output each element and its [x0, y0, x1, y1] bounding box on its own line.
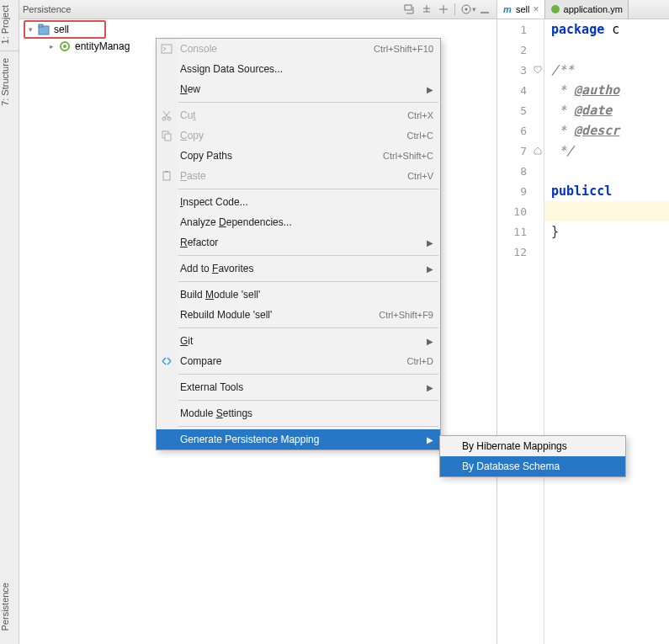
menu-item-git[interactable]: Git▶: [157, 331, 440, 351]
menu-separator: [178, 255, 438, 256]
collapse-all-icon[interactable]: [420, 3, 433, 16]
module-icon: [37, 23, 50, 36]
menu-separator: [178, 374, 438, 375]
minimize-icon[interactable]: [478, 3, 491, 16]
tree-root-label: sell: [54, 24, 69, 35]
menu-item-label: Add to Favorites: [180, 263, 423, 274]
menu-item-label: Rebuild Module 'sell': [180, 309, 379, 321]
code-line: [544, 40, 669, 60]
menu-item-inspect-code[interactable]: Inspect Code...: [157, 192, 440, 212]
persistence-mapping-submenu: By Hibernate MappingsBy Database Schema: [439, 435, 626, 477]
menu-separator: [178, 281, 438, 282]
panel-header: Persistence ▾: [19, 0, 496, 19]
menu-item-add-to-favorites[interactable]: Add to Favorites▶: [157, 258, 440, 279]
submenu-arrow-icon: ▶: [427, 435, 433, 444]
menu-item-label: Assign Data Sources...: [180, 63, 433, 75]
menu-item-label: External Tools: [180, 381, 423, 393]
structure-tool-tab[interactable]: 7: Structure: [0, 53, 10, 111]
cut-icon: [160, 109, 173, 122]
svg-rect-8: [162, 45, 172, 53]
submenu-item-by-database-schema[interactable]: By Database Schema: [440, 456, 625, 476]
svg-rect-13: [163, 172, 170, 180]
menu-item-label: Copy Paths: [180, 150, 383, 162]
context-menu: ConsoleCtrl+Shift+F10Assign Data Sources…: [156, 38, 441, 450]
menu-item-cut: CutCtrl+X: [157, 105, 440, 125]
svg-rect-14: [165, 171, 168, 173]
line-number: 2: [497, 40, 544, 60]
menu-item-label: Refactor: [180, 237, 423, 248]
menu-item-refactor[interactable]: Refactor▶: [157, 232, 440, 253]
chevron-right-icon[interactable]: ▸: [46, 41, 56, 51]
project-tool-tab[interactable]: 1: Project: [0, 0, 10, 49]
menu-separator: [178, 102, 438, 103]
chevron-down-icon[interactable]: ▾: [25, 24, 35, 35]
menu-item-shortcut: Ctrl+D: [407, 356, 433, 366]
code-line: * @autho: [544, 80, 669, 100]
submenu-arrow-icon: ▶: [427, 383, 433, 392]
menu-item-new[interactable]: New▶: [157, 79, 440, 99]
line-number: 10: [497, 201, 544, 221]
menu-separator: [178, 426, 438, 427]
line-number: 8: [497, 161, 544, 181]
menu-item-build-module-sell[interactable]: Build Module 'sell': [157, 285, 440, 305]
menu-item-label: New: [180, 83, 423, 95]
code-area[interactable]: package c /** * @autho * @date * @descr …: [544, 19, 669, 644]
submenu-item-by-hibernate-mappings[interactable]: By Hibernate Mappings: [440, 436, 625, 456]
line-number: 11: [497, 221, 544, 242]
submenu-arrow-icon: ▶: [427, 238, 433, 247]
line-number: 4: [497, 80, 544, 100]
tree-root-row[interactable]: ▾ sell: [19, 21, 496, 38]
menu-item-label: Cut: [180, 109, 407, 121]
editor-body: 1 2 3 4 5 6 7 8 9 10 11 12 package c: [497, 19, 669, 644]
menu-item-shortcut: Ctrl+V: [407, 171, 433, 181]
dropdown-arrow-icon[interactable]: ▾: [472, 5, 476, 13]
menu-item-generate-persistence-mapping[interactable]: Generate Persistence Mapping▶: [157, 429, 440, 450]
menu-item-label: Generate Persistence Mapping: [180, 434, 423, 445]
fold-icon[interactable]: [534, 146, 542, 155]
menu-item-analyze-dependencies[interactable]: Analyze Dependencies...: [157, 212, 440, 232]
menu-item-copy: CopyCtrl+C: [157, 125, 440, 146]
line-number: 7: [497, 141, 544, 161]
menu-item-compare[interactable]: CompareCtrl+D: [157, 351, 440, 371]
menu-item-shortcut: Ctrl+Shift+C: [383, 151, 433, 161]
menu-item-assign-data-sources[interactable]: Assign Data Sources...: [157, 59, 440, 79]
menu-item-rebuild-module-sell[interactable]: Rebuild Module 'sell'Ctrl+Shift+F9: [157, 305, 440, 325]
menu-item-label: Compare: [180, 355, 407, 367]
line-number: 9: [497, 181, 544, 201]
submenu-arrow-icon: ▶: [427, 85, 433, 94]
menu-item-external-tools[interactable]: External Tools▶: [157, 377, 440, 397]
svg-point-6: [63, 45, 66, 48]
menu-item-shortcut: Ctrl+C: [407, 130, 433, 141]
query-console-icon[interactable]: [403, 3, 417, 16]
line-number: 12: [497, 242, 544, 262]
submenu-arrow-icon: ▶: [427, 337, 433, 346]
hide-icon[interactable]: [437, 3, 450, 16]
svg-point-7: [551, 5, 560, 13]
tab-label: application.ym: [564, 4, 623, 14]
menu-item-label: Analyze Dependencies...: [180, 216, 433, 228]
toolbar-separator: [454, 3, 455, 15]
code-line: [544, 161, 669, 181]
close-icon[interactable]: ×: [534, 3, 539, 15]
menu-item-copy-paths[interactable]: Copy PathsCtrl+Shift+C: [157, 146, 440, 166]
editor-tab-application[interactable]: application.ym: [545, 0, 629, 19]
left-tool-strip: 1: Project 7: Structure Persistence: [0, 0, 19, 644]
menu-item-paste: PasteCtrl+V: [157, 166, 440, 186]
code-line-current: [544, 201, 669, 221]
editor-panel: m sell × application.ym 1 2 3 4 5 6: [497, 0, 669, 644]
svg-rect-12: [165, 134, 171, 141]
menu-item-module-settings[interactable]: Module Settings: [157, 403, 440, 423]
paste-icon: [160, 169, 173, 183]
svg-point-2: [465, 8, 468, 11]
svg-rect-0: [405, 5, 411, 10]
entity-manager-icon: [58, 40, 72, 53]
persistence-tool-tab[interactable]: Persistence: [0, 577, 19, 636]
menu-item-label: Console: [180, 43, 374, 55]
code-line: /**: [544, 60, 669, 80]
editor-gutter: 1 2 3 4 5 6 7 8 9 10 11 12: [497, 19, 544, 644]
editor-tab-sell[interactable]: m sell ×: [497, 0, 545, 19]
code-line: * @descr: [544, 120, 669, 141]
fold-icon[interactable]: [534, 66, 542, 74]
settings-gear-icon[interactable]: [459, 3, 473, 16]
line-number: 3: [497, 60, 544, 80]
